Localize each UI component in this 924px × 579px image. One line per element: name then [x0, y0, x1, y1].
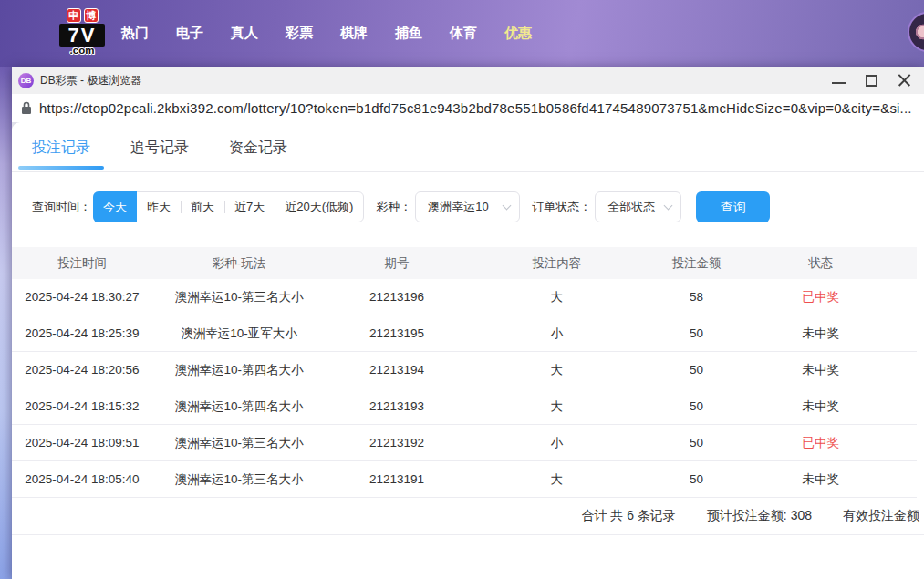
nav-item-promo[interactable]: 优惠 [504, 25, 532, 42]
cell-amount: 58 [645, 290, 747, 304]
bet-records-table: 投注时间 彩种-玩法 期号 投注内容 投注金额 状态 2025-04-24 18… [12, 247, 917, 498]
table-row: 2025-04-24 18:30:27澳洲幸运10-第三名大小21213196大… [12, 279, 917, 315]
time-filter-label: 查询时间： [32, 199, 91, 215]
lock-icon [21, 101, 32, 115]
cell-game: 澳洲幸运10-第四名大小 [152, 398, 326, 415]
close-icon [898, 74, 911, 88]
order-status-value: 全部状态 [607, 199, 655, 215]
table-row: 2025-04-24 18:20:56澳洲幸运10-第四名大小21213194大… [12, 352, 917, 388]
summary-expected: 预计投注金额: 308 [707, 508, 812, 524]
table-header: 投注时间 彩种-玩法 期号 投注内容 投注金额 状态 [12, 247, 917, 279]
search-button[interactable]: 查询 [696, 191, 770, 222]
table-row: 2025-04-24 18:25:39澳洲幸运10-亚军大小21213195小5… [12, 315, 917, 352]
time-option-7days[interactable]: 近7天 [224, 192, 275, 222]
minimize-button[interactable] [822, 67, 855, 94]
lottery-select-value: 澳洲幸运10 [428, 199, 488, 215]
cell-amount: 50 [645, 472, 747, 486]
col-game: 彩种-玩法 [152, 255, 326, 272]
nav-item-board[interactable]: 棋牌 [340, 25, 368, 42]
cell-issue: 21213195 [326, 326, 468, 340]
col-issue: 期号 [326, 255, 468, 272]
window-title: DB彩票 - 极速浏览器 [40, 73, 141, 88]
nav-item-live[interactable]: 真人 [231, 25, 258, 42]
time-option-daybefore[interactable]: 前天 [181, 192, 224, 222]
user-avatar[interactable] [908, 12, 924, 52]
lottery-filter-label: 彩种： [376, 199, 411, 215]
cell-time: 2025-04-24 18:20:56 [12, 363, 152, 377]
logo-name: 7V [59, 24, 105, 47]
summary-valid: 有效投注金额 [843, 508, 919, 524]
table-summary: 合计 共 6 条记录 预计投注金额: 308 有效投注金额 [12, 498, 924, 535]
summary-total: 合计 共 6 条记录 [581, 508, 675, 524]
chevron-down-icon [503, 201, 512, 210]
cell-content: 大 [468, 398, 645, 415]
cell-content: 小 [468, 435, 645, 451]
cell-game: 澳洲幸运10-第三名大小 [152, 435, 326, 451]
cell-content: 大 [468, 362, 645, 378]
cell-issue: 21213193 [326, 399, 468, 413]
nav-item-slots[interactable]: 电子 [176, 25, 203, 42]
time-option-20days[interactable]: 近20天(低频) [275, 192, 363, 222]
tab-fund-records[interactable]: 资金记录 [229, 122, 287, 171]
browser-app-icon: DB [18, 73, 34, 88]
tab-chase-records[interactable]: 追号记录 [130, 122, 189, 171]
cell-time: 2025-04-24 18:09:51 [12, 436, 152, 450]
cell-issue: 21213191 [326, 472, 468, 486]
cell-amount: 50 [645, 399, 747, 413]
address-bar[interactable]: https://ctop02pcali.2kbxi392.com/lottery… [12, 94, 924, 122]
time-option-today[interactable]: 今天 [93, 191, 137, 222]
site-logo[interactable]: 申 博 7V .com [59, 8, 105, 56]
cell-status: 未中奖 [747, 398, 894, 415]
col-bet-time: 投注时间 [12, 255, 152, 272]
nav-item-sports[interactable]: 体育 [450, 25, 477, 42]
nav-item-fishing[interactable]: 捕鱼 [395, 25, 422, 42]
cell-game: 澳洲幸运10-亚军大小 [152, 326, 326, 342]
cell-content: 大 [468, 471, 645, 488]
tab-bet-records[interactable]: 投注记录 [32, 122, 90, 171]
cell-amount: 50 [645, 326, 747, 340]
table-row: 2025-04-24 18:15:32澳洲幸运10-第四名大小21213193大… [12, 388, 917, 425]
maximize-icon [866, 75, 877, 87]
cell-time: 2025-04-24 18:15:32 [12, 399, 152, 413]
col-amount: 投注金额 [645, 255, 747, 272]
cell-status: 未中奖 [747, 362, 894, 378]
logo-tld: .com [59, 45, 105, 56]
cell-amount: 50 [645, 363, 747, 377]
filter-bar: 查询时间： 今天 昨天 前天 近7天 近20天(低频) 彩种： 澳洲幸运10 订… [12, 191, 924, 222]
cell-amount: 50 [645, 436, 747, 450]
cell-content: 大 [468, 289, 645, 305]
lottery-select[interactable]: 澳洲幸运10 [415, 191, 520, 222]
tab-bar: 投注记录 追号记录 资金记录 [12, 122, 924, 172]
url-text[interactable]: https://ctop02pcali.2kbxi392.com/lottery… [39, 100, 912, 116]
cell-content: 小 [468, 326, 645, 342]
cell-game: 澳洲幸运10-第三名大小 [152, 289, 326, 305]
cell-issue: 21213196 [326, 290, 468, 304]
col-status: 状态 [747, 255, 894, 272]
chevron-down-icon [664, 201, 673, 210]
nav-item-hot[interactable]: 热门 [121, 25, 149, 42]
status-filter-label: 订单状态： [532, 199, 591, 215]
nav-item-lottery[interactable]: 彩票 [286, 25, 313, 42]
maximize-button[interactable] [855, 67, 888, 94]
cell-status: 未中奖 [747, 326, 894, 342]
table-row: 2025-04-24 18:09:51澳洲幸运10-第三名大小21213192小… [12, 425, 917, 461]
cell-time: 2025-04-24 18:05:40 [12, 472, 152, 486]
cell-issue: 21213194 [326, 363, 468, 377]
time-option-yesterday[interactable]: 昨天 [137, 192, 181, 222]
col-content: 投注内容 [468, 255, 645, 272]
cell-game: 澳洲幸运10-第四名大小 [152, 362, 326, 378]
close-button[interactable] [888, 67, 920, 94]
cell-time: 2025-04-24 18:25:39 [12, 326, 152, 340]
table-row: 2025-04-24 18:05:40澳洲幸运10-第三名大小21213191大… [12, 461, 917, 498]
cell-game: 澳洲幸运10-第三名大小 [152, 471, 326, 488]
cell-status: 已中奖 [747, 289, 894, 305]
cell-status: 未中奖 [747, 471, 894, 488]
logo-badge-left: 申 [67, 8, 81, 23]
cell-time: 2025-04-24 18:30:27 [12, 290, 152, 304]
order-status-select[interactable]: 全部状态 [595, 191, 681, 222]
window-titlebar[interactable]: DB DB彩票 - 极速浏览器 [12, 67, 924, 94]
time-range-group: 今天 昨天 前天 近7天 近20天(低频) [93, 191, 364, 222]
minimize-icon [832, 82, 846, 84]
logo-badge-right: 博 [84, 8, 99, 23]
site-nav: 热门 电子 真人 彩票 棋牌 捕鱼 体育 优惠 [121, 0, 532, 67]
